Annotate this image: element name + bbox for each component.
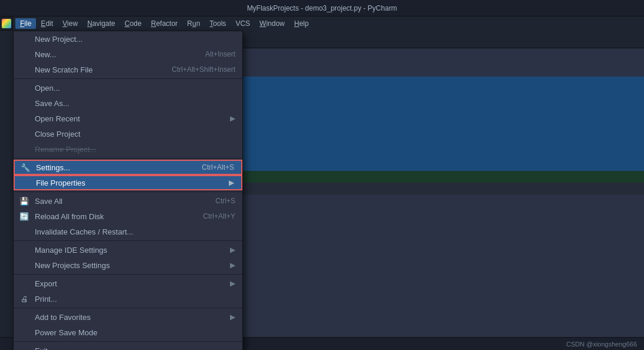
menu-navigate[interactable]: Navigate bbox=[83, 18, 120, 29]
menu-item-invalidate-caches[interactable]: Invalidate Caches / Restart... bbox=[14, 224, 242, 239]
manage-ide-arrow: ▶ bbox=[230, 246, 235, 254]
menu-run[interactable]: Run bbox=[182, 18, 205, 29]
title-bar: MyFlaskProjects - demo3_project.py - PyC… bbox=[0, 0, 644, 16]
new-projects-arrow: ▶ bbox=[230, 261, 235, 269]
menu-item-new[interactable]: New... Alt+Insert bbox=[14, 47, 242, 62]
menu-item-reload-disk[interactable]: 🔄 Reload All from Disk Ctrl+Alt+Y bbox=[14, 209, 242, 224]
menu-item-add-favorites[interactable]: Add to Favorites ▶ bbox=[14, 309, 242, 325]
menu-item-save-as[interactable]: Save As... bbox=[14, 95, 242, 111]
menu-item-manage-ide[interactable]: Manage IDE Settings ▶ bbox=[14, 242, 242, 257]
dropdown-menu-container: New Project... New... Alt+Insert New Scr… bbox=[13, 31, 243, 350]
title-text: MyFlaskProjects - demo3_project.py - PyC… bbox=[247, 4, 397, 12]
menu-item-settings[interactable]: 🔧 Settings... Ctrl+Alt+S bbox=[14, 160, 242, 175]
menu-tools[interactable]: Tools bbox=[205, 18, 231, 29]
menu-refactor[interactable]: Refactor bbox=[146, 18, 182, 29]
separator-2 bbox=[14, 158, 242, 159]
favorites-arrow: ▶ bbox=[230, 313, 235, 321]
export-arrow: ▶ bbox=[230, 279, 235, 288]
separator-3 bbox=[14, 191, 242, 192]
menu-item-exit[interactable]: Exit bbox=[14, 343, 242, 350]
menu-file[interactable]: File bbox=[15, 18, 36, 29]
menu-item-file-properties[interactable]: File Properties ▶ bbox=[14, 175, 242, 190]
separator-4 bbox=[14, 240, 242, 241]
menu-item-rename-project[interactable]: Rename Project... bbox=[14, 141, 242, 157]
menu-item-close-project[interactable]: Close Project bbox=[14, 126, 242, 141]
menu-bar: File Edit View Navigate Code Refactor Ru… bbox=[13, 16, 644, 31]
menu-vcs[interactable]: VCS bbox=[231, 18, 255, 29]
menu-window[interactable]: Window bbox=[255, 18, 290, 29]
print-icon: 🖨 bbox=[18, 295, 30, 303]
menu-edit[interactable]: Edit bbox=[36, 18, 58, 29]
separator-1 bbox=[14, 78, 242, 79]
separator-7 bbox=[14, 341, 242, 342]
reload-icon: 🔄 bbox=[18, 212, 30, 221]
menu-help[interactable]: Help bbox=[290, 18, 314, 29]
status-text: CSDN @xiongsheng666 bbox=[566, 341, 637, 348]
menu-item-open[interactable]: Open... bbox=[14, 80, 242, 95]
separator-6 bbox=[14, 308, 242, 308]
file-props-arrow: ▶ bbox=[229, 179, 234, 187]
open-recent-arrow: ▶ bbox=[230, 114, 235, 123]
app-logo bbox=[2, 19, 11, 28]
menu-code[interactable]: Code bbox=[120, 18, 146, 29]
menu-item-new-projects-settings[interactable]: New Projects Settings ▶ bbox=[14, 257, 242, 273]
menu-item-save-all[interactable]: 💾 Save All Ctrl+S bbox=[14, 193, 242, 209]
file-dropdown-menu: New Project... New... Alt+Insert New Scr… bbox=[13, 31, 243, 350]
menu-item-power-save[interactable]: Power Save Mode bbox=[14, 325, 242, 340]
menu-item-open-recent[interactable]: Open Recent ▶ bbox=[14, 111, 242, 126]
menu-item-new-project[interactable]: New Project... bbox=[14, 31, 242, 47]
menu-view[interactable]: View bbox=[58, 18, 83, 29]
menu-item-export[interactable]: Export ▶ bbox=[14, 276, 242, 291]
menu-item-new-scratch[interactable]: New Scratch File Ctrl+Alt+Shift+Insert bbox=[14, 62, 242, 77]
menu-item-print[interactable]: 🖨 Print... bbox=[14, 291, 242, 306]
save-all-icon: 💾 bbox=[18, 197, 30, 206]
settings-wrench-icon: 🔧 bbox=[19, 163, 31, 172]
separator-5 bbox=[14, 274, 242, 275]
